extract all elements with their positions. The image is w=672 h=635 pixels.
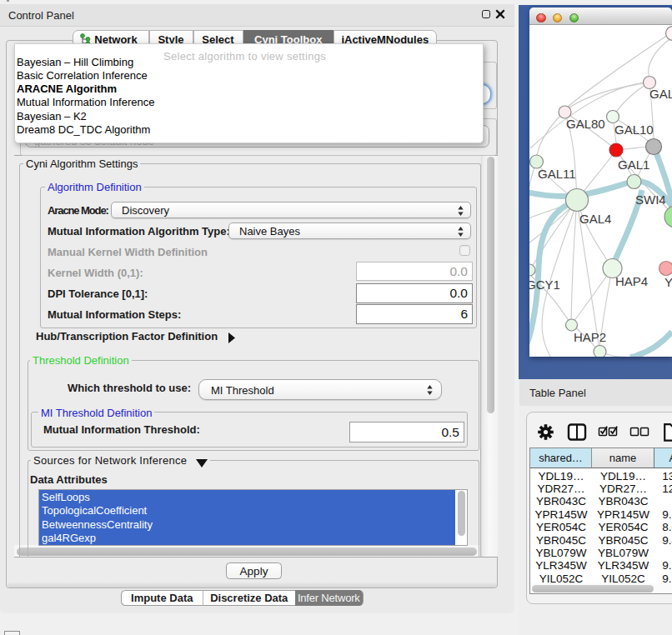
svg-text:HAP4: HAP4: [615, 274, 648, 288]
svg-text:GAL1: GAL1: [618, 158, 649, 172]
svg-text:GAL80: GAL80: [566, 117, 605, 131]
svg-text:GCY1: GCY1: [529, 278, 560, 292]
svg-text:GAL2: GAL2: [649, 87, 672, 101]
svg-text:YMR0: YMR0: [664, 275, 672, 289]
svg-text:GAL4: GAL4: [579, 212, 611, 226]
svg-text:HAP2: HAP2: [574, 330, 606, 344]
svg-text:GAL11: GAL11: [538, 167, 576, 181]
svg-text:GAL10: GAL10: [614, 122, 654, 137]
svg-text:SWI4: SWI4: [635, 192, 666, 207]
